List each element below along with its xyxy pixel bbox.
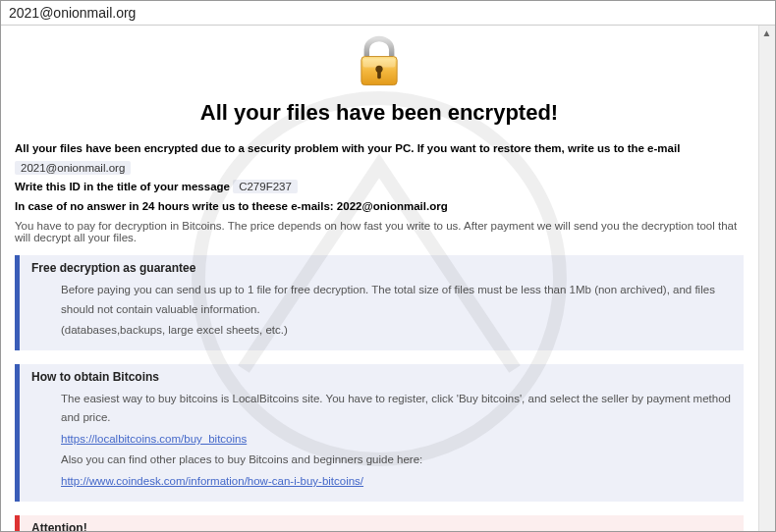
lock-icon bbox=[351, 33, 408, 90]
window-titlebar[interactable]: 2021@onionmail.org bbox=[1, 1, 775, 26]
section-obtain: How to obtain Bitcoins The easiest way t… bbox=[15, 364, 744, 502]
guarantee-body1: Before paying you can send us up to 1 fi… bbox=[61, 281, 734, 319]
obtain-link2[interactable]: http://www.coindesk.com/information/how-… bbox=[61, 475, 363, 487]
scroll-up-icon[interactable]: ▲ bbox=[759, 26, 774, 40]
intro-line2: Write this ID in the title of your messa… bbox=[15, 181, 233, 192]
lock-container bbox=[1, 26, 757, 94]
intro-block: All your files have been encrypted due t… bbox=[1, 139, 757, 216]
obtain-body1: The easiest way to buy bitcoins is Local… bbox=[61, 390, 734, 428]
email-tag-1: 2021@onionmail.org bbox=[15, 161, 131, 175]
guarantee-title: Free decryption as guarantee bbox=[28, 261, 744, 275]
pay-line: You have to pay for decryption in Bitcoi… bbox=[1, 220, 757, 243]
window-title: 2021@onionmail.org bbox=[9, 5, 136, 21]
guarantee-body2: (databases,backups, large excel sheets, … bbox=[61, 321, 734, 341]
vertical-scrollbar[interactable]: ▲ bbox=[758, 26, 775, 531]
email-2: 2022@onionmail.org bbox=[337, 200, 448, 212]
obtain-title: How to obtain Bitcoins bbox=[28, 370, 744, 384]
scroll-content: All your files have been encrypted! All … bbox=[1, 26, 757, 531]
headline: All your files have been encrypted! bbox=[1, 100, 757, 126]
app-window: 2021@onionmail.org bbox=[0, 0, 776, 532]
id-tag: C279F237 bbox=[233, 180, 298, 193]
obtain-body2: Also you can find other places to buy Bi… bbox=[61, 451, 734, 470]
intro-line3: In case of no answer in 24 hours write u… bbox=[15, 200, 337, 212]
content-area: All your files have been encrypted! All … bbox=[1, 26, 775, 531]
section-guarantee: Free decryption as guarantee Before payi… bbox=[15, 255, 744, 350]
section-attention: Attention! Do not rename encrypted files… bbox=[15, 515, 744, 531]
obtain-link1[interactable]: https://localbitcoins.com/buy_bitcoins bbox=[61, 433, 247, 445]
attention-title: Attention! bbox=[28, 521, 744, 531]
svg-rect-4 bbox=[377, 71, 381, 79]
intro-line1: All your files have been encrypted due t… bbox=[15, 142, 680, 154]
